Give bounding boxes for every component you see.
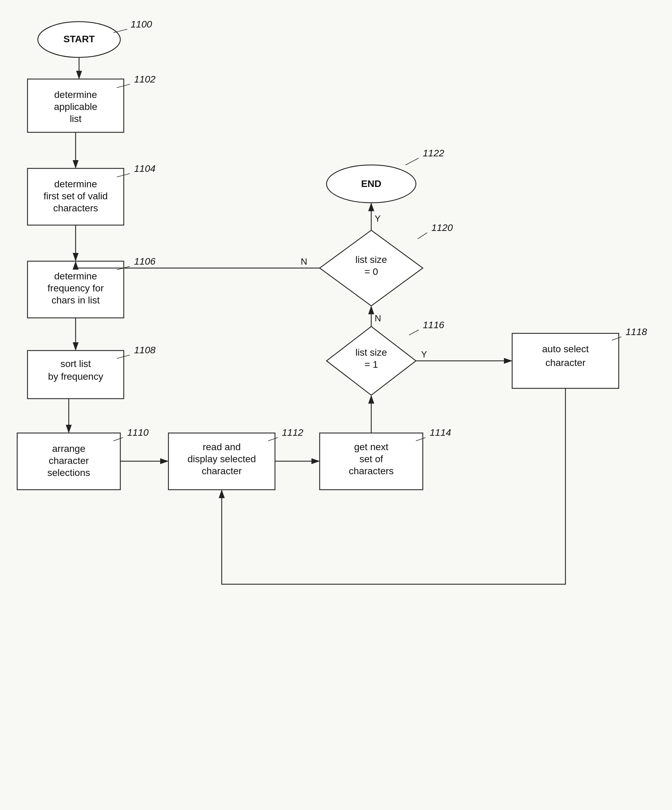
- label-1102b: applicable: [54, 101, 97, 112]
- label-1118a: auto select: [542, 344, 589, 354]
- arrow-label-n-1120: N: [301, 256, 307, 267]
- end-label: END: [361, 178, 381, 189]
- label-1114b: set of: [360, 454, 383, 464]
- ref-1112: 1112: [282, 427, 304, 438]
- ref-1108: 1108: [134, 345, 156, 355]
- label-1116b: = 1: [365, 359, 378, 370]
- ref-1118: 1118: [626, 326, 647, 337]
- label-1118b: character: [545, 358, 586, 368]
- label-1104a: determine: [54, 179, 97, 189]
- ref-1106: 1106: [134, 256, 156, 267]
- start-label: START: [63, 34, 95, 44]
- label-1104c: characters: [53, 203, 98, 213]
- ref-1110: 1110: [127, 427, 149, 438]
- ref-1102: 1102: [134, 74, 156, 84]
- ref-1122: 1122: [423, 148, 444, 159]
- label-1114a: get next: [354, 442, 388, 452]
- ref-1120: 1120: [431, 222, 453, 233]
- arrow-label-y-1120: Y: [375, 213, 380, 224]
- arrow-label-y-1116: Y: [421, 349, 427, 359]
- start-ref: 1100: [131, 19, 152, 30]
- label-1120a: list size: [355, 254, 387, 265]
- label-1116a: list size: [355, 347, 387, 358]
- label-1110a: arrange: [52, 443, 86, 454]
- label-1110c: selections: [47, 467, 90, 478]
- label-1106b: frequency for: [47, 283, 103, 294]
- ref-1104: 1104: [134, 163, 155, 174]
- label-1120b: = 0: [365, 266, 378, 277]
- ref-1114: 1114: [430, 427, 451, 438]
- label-1114c: characters: [349, 466, 394, 476]
- label-1108b: by frequency: [48, 371, 103, 382]
- label-1112c: character: [202, 466, 242, 476]
- label-1112a: read and: [203, 442, 241, 452]
- label-1104b: first set of valid: [44, 191, 108, 201]
- ref-1116: 1116: [423, 320, 444, 330]
- label-1106a: determine: [54, 271, 97, 282]
- label-1106c: chars in list: [52, 295, 100, 305]
- label-1110b: character: [49, 456, 89, 466]
- label-1102c: list: [70, 113, 81, 124]
- arrow-label-n-1116: N: [375, 313, 381, 323]
- label-1112b: display selected: [187, 454, 256, 464]
- label-1102: determine: [54, 89, 97, 100]
- label-1108a: sort list: [61, 358, 91, 369]
